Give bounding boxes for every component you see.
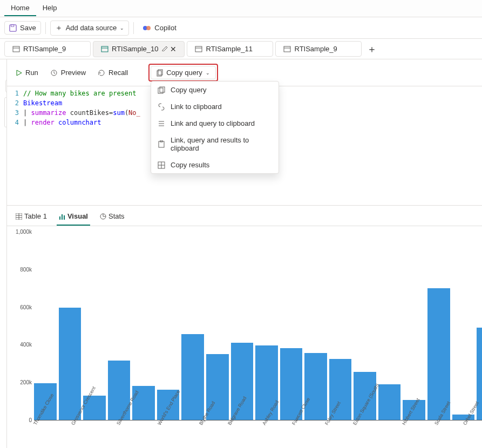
link-icon bbox=[158, 103, 165, 111]
list-icon bbox=[158, 120, 165, 127]
close-icon[interactable]: ✕ bbox=[170, 45, 176, 53]
chevron-down-icon: ⌄ bbox=[120, 25, 124, 31]
svg-point-3 bbox=[146, 26, 151, 30]
save-label: Save bbox=[20, 24, 36, 32]
save-button[interactable]: Save bbox=[4, 21, 41, 35]
y-tick-label: 800k bbox=[12, 266, 32, 272]
menu-copy-results[interactable]: Copy results bbox=[151, 157, 279, 173]
tab-stats[interactable]: Stats bbox=[98, 210, 127, 226]
preview-label: Preview bbox=[61, 69, 86, 77]
tab-visual[interactable]: Visual bbox=[57, 210, 90, 226]
tab-table[interactable]: Table 1 bbox=[13, 210, 49, 226]
y-tick-label: 600k bbox=[12, 304, 32, 310]
menu-link-query-clipboard[interactable]: Link and query to clipboard bbox=[151, 115, 279, 132]
copy-icon bbox=[157, 69, 163, 77]
y-tick-label: 1,000k bbox=[12, 229, 32, 235]
svg-rect-6 bbox=[101, 46, 108, 52]
clipboard-icon bbox=[158, 140, 165, 148]
doc-tab[interactable]: RTISample_10✕ bbox=[93, 41, 185, 57]
copilot-label: Copilot bbox=[154, 24, 176, 32]
chevron-down-icon: ⌄ bbox=[206, 70, 210, 76]
queryset-icon bbox=[12, 45, 20, 53]
svg-rect-8 bbox=[195, 46, 202, 52]
menu-copy-query[interactable]: Copy query bbox=[151, 82, 279, 98]
svg-rect-0 bbox=[10, 24, 16, 31]
queryset-icon bbox=[101, 45, 108, 53]
run-button[interactable]: Run bbox=[12, 66, 42, 79]
queryset-icon bbox=[283, 45, 291, 53]
doc-tab[interactable]: RTISample_9 bbox=[275, 41, 362, 57]
edit-icon[interactable] bbox=[161, 45, 168, 51]
chart-icon bbox=[59, 213, 65, 220]
svg-rect-47 bbox=[59, 216, 60, 220]
svg-rect-4 bbox=[13, 46, 19, 52]
add-datasource-button[interactable]: ＋ Add data source ⌄ bbox=[50, 21, 130, 36]
copy-icon bbox=[158, 86, 165, 94]
recall-label: Recall bbox=[108, 69, 128, 77]
plus-icon: ＋ bbox=[55, 23, 63, 33]
y-tick-label: 0 bbox=[12, 417, 32, 423]
doc-tab[interactable]: RTISample_11 bbox=[187, 41, 273, 57]
preview-button[interactable]: Preview bbox=[47, 66, 89, 79]
tab-home[interactable]: Home bbox=[4, 1, 36, 16]
recall-icon bbox=[98, 70, 105, 76]
preview-icon bbox=[50, 70, 58, 76]
svg-rect-38 bbox=[159, 141, 164, 147]
queryset-icon bbox=[195, 45, 202, 53]
copilot-icon bbox=[142, 24, 151, 32]
recall-button[interactable]: Recall bbox=[94, 66, 131, 79]
menu-link-query-results-clipboard[interactable]: Link, query and results to clipboard bbox=[151, 132, 279, 157]
doc-tab[interactable]: RTISample_9 bbox=[4, 41, 91, 57]
bar-chart: 0200k400k600k800k1,000k Thorndike CloseG… bbox=[7, 226, 482, 448]
copy-query-dropdown: Copy query Link to clipboard Link and qu… bbox=[151, 81, 279, 174]
y-tick-label: 400k bbox=[12, 342, 32, 348]
grid-icon bbox=[158, 161, 165, 169]
copilot-button[interactable]: Copilot bbox=[138, 22, 180, 35]
table-icon bbox=[16, 213, 22, 220]
menu-link-clipboard[interactable]: Link to clipboard bbox=[151, 98, 279, 115]
stats-icon bbox=[100, 213, 106, 220]
copy-query-button[interactable]: Copy query ⌄ bbox=[151, 66, 215, 79]
y-tick-label: 200k bbox=[12, 379, 32, 385]
add-tab-button[interactable]: ＋ bbox=[364, 43, 380, 56]
add-datasource-label: Add data source bbox=[66, 24, 117, 32]
tab-help[interactable]: Help bbox=[36, 1, 64, 16]
save-icon bbox=[9, 24, 17, 32]
run-label: Run bbox=[25, 69, 38, 77]
svg-rect-49 bbox=[64, 215, 65, 220]
play-icon bbox=[16, 70, 22, 76]
svg-rect-48 bbox=[62, 214, 63, 220]
svg-rect-10 bbox=[284, 46, 290, 52]
copy-query-label: Copy query bbox=[166, 69, 202, 77]
